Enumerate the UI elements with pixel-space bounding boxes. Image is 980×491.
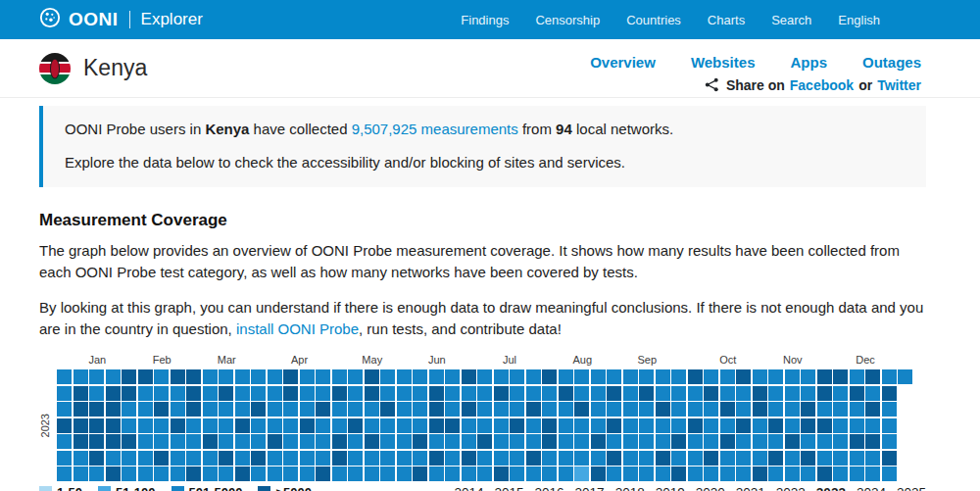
heatmap-cell[interactable] [526,386,541,401]
heatmap-cell[interactable] [494,402,509,417]
ooni-explorer-logo[interactable]: OONI Explorer [39,7,203,32]
heatmap-cell[interactable] [607,418,621,433]
heatmap-cell[interactable] [688,466,703,481]
nav-link-countries[interactable]: Countries [626,13,681,27]
heatmap-cell[interactable] [268,466,282,481]
heatmap-cell[interactable] [154,386,169,401]
heatmap-cell[interactable] [413,386,427,401]
heatmap-cell[interactable] [413,402,427,417]
heatmap-cell[interactable] [74,418,88,433]
heatmap-cell[interactable] [494,451,509,466]
heatmap-cell[interactable] [235,451,250,466]
heatmap-cell[interactable] [138,418,153,433]
heatmap-cell[interactable] [510,451,524,466]
heatmap-cell[interactable] [882,418,897,433]
heatmap-cell[interactable] [89,466,104,481]
heatmap-cell[interactable] [397,418,412,433]
heatmap-cell[interactable] [801,451,815,466]
heatmap-cell[interactable] [74,369,88,384]
heatmap-cell[interactable] [380,434,395,449]
heatmap-cell[interactable] [219,418,233,433]
heatmap-cell[interactable] [186,418,201,433]
heatmap-cell[interactable] [542,434,557,449]
heatmap-cell[interactable] [268,386,282,401]
tab-outages[interactable]: Outages [862,54,921,71]
heatmap-cell[interactable] [639,369,654,384]
heatmap-cell[interactable] [268,369,282,384]
heatmap-cell[interactable] [542,466,557,481]
heatmap-cell[interactable] [817,451,832,466]
heatmap-cell[interactable] [623,466,638,481]
heatmap-cell[interactable] [445,386,460,401]
heatmap-cell[interactable] [817,386,832,401]
heatmap-cell[interactable] [494,434,509,449]
heatmap-cell[interactable] [671,402,686,417]
heatmap-cell[interactable] [833,402,848,417]
heatmap-cell[interactable] [656,369,670,384]
heatmap-cell[interactable] [316,451,330,466]
heatmap-cell[interactable] [526,418,541,433]
heatmap-cell[interactable] [171,402,185,417]
heatmap-cell[interactable] [429,418,444,433]
heatmap-cell[interactable] [462,451,476,466]
heatmap-cell[interactable] [106,369,121,384]
heatmap-cell[interactable] [785,434,800,449]
heatmap-cell[interactable] [510,369,524,384]
heatmap-cell[interactable] [219,434,233,449]
heatmap-cell[interactable] [494,386,509,401]
heatmap-cell[interactable] [251,451,266,466]
heatmap-cell[interactable] [106,418,121,433]
heatmap-cell[interactable] [768,402,783,417]
heatmap-cell[interactable] [785,418,800,433]
heatmap-cell[interactable] [74,466,88,481]
heatmap-cell[interactable] [607,369,621,384]
heatmap-cell[interactable] [348,451,363,466]
heatmap-cell[interactable] [89,402,104,417]
heatmap-cell[interactable] [850,466,864,481]
heatmap-cell[interactable] [348,434,363,449]
heatmap-cell[interactable] [865,466,880,481]
heatmap-cell[interactable] [639,402,654,417]
heatmap-cell[interactable] [413,418,427,433]
heatmap-cell[interactable] [865,418,880,433]
heatmap-cell[interactable] [639,386,654,401]
heatmap-cell[interactable] [186,386,201,401]
heatmap-cell[interactable] [122,386,136,401]
heatmap-cell[interactable] [850,369,864,384]
heatmap-cell[interactable] [283,386,298,401]
heatmap-cell[interactable] [283,434,298,449]
heatmap-cell[interactable] [623,369,638,384]
heatmap-cell[interactable] [203,418,218,433]
heatmap-cell[interactable] [542,402,557,417]
heatmap-cell[interactable] [817,418,832,433]
heatmap-cell[interactable] [380,402,395,417]
heatmap-cell[interactable] [882,466,897,481]
install-ooni-probe-link[interactable]: install OONI Probe [236,320,359,337]
heatmap-cell[interactable] [704,451,718,466]
heatmap-cell[interactable] [429,386,444,401]
heatmap-cell[interactable] [122,369,136,384]
heatmap-cell[interactable] [332,434,347,449]
heatmap-cell[interactable] [736,466,751,481]
heatmap-cell[interactable] [526,451,541,466]
heatmap-cell[interactable] [219,451,233,466]
year-option-2020[interactable]: 2020 [696,485,725,491]
heatmap-cell[interactable] [316,402,330,417]
heatmap-cell[interactable] [235,434,250,449]
heatmap-cell[interactable] [477,418,492,433]
heatmap-cell[interactable] [785,466,800,481]
heatmap-cell[interactable] [89,434,104,449]
heatmap-cell[interactable] [268,451,282,466]
heatmap-cell[interactable] [219,369,233,384]
heatmap-cell[interactable] [300,386,315,401]
heatmap-cell[interactable] [89,386,104,401]
heatmap-cell[interactable] [332,451,347,466]
heatmap-cell[interactable] [865,402,880,417]
heatmap-cell[interactable] [574,418,589,433]
year-option-2017[interactable]: 2017 [575,485,605,491]
heatmap-cell[interactable] [348,386,363,401]
heatmap-cell[interactable] [316,466,330,481]
heatmap-cell[interactable] [607,451,621,466]
heatmap-cell[interactable] [591,418,606,433]
heatmap-cell[interactable] [559,418,573,433]
